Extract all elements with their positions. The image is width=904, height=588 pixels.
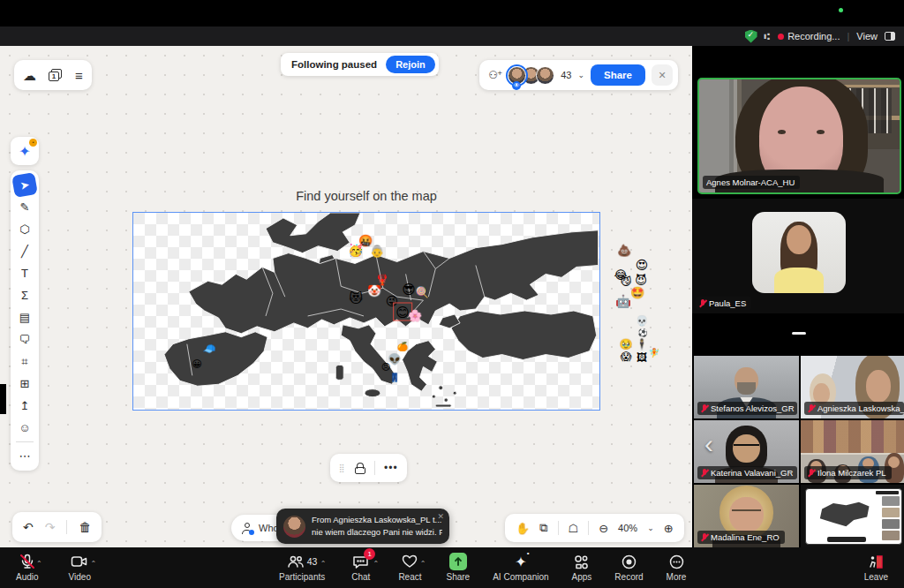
comment-tool[interactable]: 🗨 — [13, 328, 36, 351]
emoji-marker[interactable]: 🖼 — [637, 352, 647, 363]
chevron-down-icon[interactable]: ⌄ — [647, 524, 654, 532]
chat-sender-line: From Agnieszka Laskowska_PL t... — [312, 514, 442, 526]
pen-tool[interactable]: ✎ — [13, 196, 36, 218]
emoji-marker[interactable]: 🕴 — [636, 339, 649, 350]
shapes-tool[interactable]: ⬡ — [13, 218, 36, 240]
frame-tool[interactable]: ⌗ — [13, 351, 36, 373]
board-share-button[interactable]: Share — [591, 64, 645, 86]
emoji-marker[interactable]: 🥳 — [348, 244, 363, 256]
video-tile[interactable]: Madalina Ene_RO — [694, 485, 799, 547]
view-layout-icon[interactable] — [885, 32, 895, 41]
emoji-marker[interactable]: 🤩 — [630, 287, 644, 298]
undo-button[interactable]: ↶ — [23, 520, 34, 534]
line-tool[interactable]: ╱ — [13, 240, 36, 262]
more-button[interactable]: More — [658, 547, 696, 588]
tool-rail: ➤✎⬡╱TΣ▤🗨⌗⊞↥☺⋯ — [11, 170, 39, 471]
gallery-toggle-icon[interactable]: ⑆ — [765, 31, 772, 41]
emoji-marker[interactable]: 😀 — [192, 359, 201, 369]
formula-tool[interactable]: Σ — [13, 284, 36, 306]
emoji-marker[interactable]: 🌸 — [408, 310, 422, 321]
emoji-marker[interactable]: 👵 — [370, 245, 384, 257]
video-tile[interactable]: Stefanos Alevizos_GR — [694, 356, 799, 418]
emoji-marker[interactable]: 💀 — [636, 316, 648, 326]
audio-button[interactable]: ⌃ Audio — [7, 547, 48, 588]
drag-handle-icon[interactable]: ⣿ — [339, 466, 346, 470]
present-icon[interactable]: ⧉ — [539, 521, 547, 535]
shared-screen-thumbnail[interactable] — [801, 485, 904, 547]
avatar[interactable] — [508, 66, 526, 85]
leave-button[interactable]: Leave — [855, 547, 897, 588]
video-button[interactable]: ⌃ Video — [60, 547, 100, 588]
record-button[interactable]: Record — [606, 547, 652, 588]
close-board-button[interactable]: ✕ — [652, 64, 673, 86]
chat-notification-popup[interactable]: From Agnieszka Laskowska_PL t... nie wie… — [276, 509, 449, 544]
emoji-marker[interactable]: 👖 — [389, 373, 400, 382]
zoom-in-icon[interactable]: ⊕ — [664, 522, 674, 535]
pan-hand-icon[interactable]: ✋ — [516, 522, 530, 535]
undo-redo-pill: ↶ ↷ 🗑 — [12, 512, 102, 542]
more-tools[interactable]: ⋯ — [13, 445, 36, 467]
chat-button[interactable]: 1 ⌃ Chat — [343, 547, 379, 588]
avatar — [752, 212, 846, 293]
pages-icon[interactable]: 1 — [49, 69, 63, 81]
board-menu-pill: ☁ 1 ≡ — [14, 60, 92, 90]
panel-resize-handle[interactable] — [792, 332, 806, 335]
ai-companion-button[interactable]: ✦ AI Companion — [484, 547, 557, 588]
ai-assist-button[interactable]: ✦ • — [11, 137, 39, 165]
emoji-marker[interactable]: 😈 — [635, 275, 647, 286]
video-tile-active-speaker[interactable]: Agnes Molnar-ACA_HU — [697, 78, 901, 194]
emoji-marker[interactable]: 😎 — [402, 283, 416, 296]
emoji-marker[interactable]: 🧚 — [649, 349, 659, 358]
participants-button[interactable]: 43 ⌃ Participants — [270, 547, 334, 588]
emoji-tool[interactable]: ☺ — [13, 417, 36, 439]
emoji-marker[interactable]: 🤖 — [615, 295, 630, 307]
upload-tool[interactable]: ↥ — [13, 395, 36, 417]
text-tool[interactable]: T — [13, 262, 36, 284]
emoji-marker[interactable]: 💩 — [617, 245, 631, 256]
emoji-marker[interactable]: 😱 — [621, 351, 632, 362]
redo-button[interactable]: ↷ — [45, 520, 56, 534]
emoji-marker[interactable]: 🥹 — [620, 339, 633, 350]
whiteboard-canvas[interactable]: Find yourself on the map — [0, 46, 692, 547]
lock-icon[interactable] — [355, 463, 365, 474]
emoji-marker[interactable]: 😻 — [349, 291, 363, 305]
video-tile[interactable]: Agnieszka Laskowska_PL — [801, 356, 904, 418]
participant-name: Stefanos Alevizos_GR — [697, 402, 797, 415]
template-tool[interactable]: ⊞ — [13, 373, 36, 395]
emoji-marker[interactable]: 😠 — [381, 363, 390, 372]
emoji-marker[interactable]: 😍 — [636, 259, 649, 271]
video-tile[interactable]: Ilona Milczarek PL — [801, 420, 904, 483]
cloud-sync-icon[interactable]: ☁ — [23, 69, 36, 82]
emoji-marker[interactable]: ⚽ — [637, 329, 647, 337]
add-collaborator-icon[interactable]: ⚇⁺ — [488, 69, 501, 81]
apps-button[interactable]: Apps — [563, 547, 601, 588]
trash-button[interactable]: 🗑 — [79, 520, 91, 534]
sticky-note-tool[interactable]: ▤ — [13, 306, 36, 328]
zoom-out-icon[interactable]: ⊖ — [599, 522, 608, 535]
emoji-marker[interactable]: 🍭 — [416, 287, 429, 298]
gallery-previous-arrow[interactable]: ‹ — [704, 431, 713, 457]
select-tool[interactable]: ➤ — [11, 172, 38, 198]
avatar[interactable] — [536, 66, 554, 85]
emoji-marker[interactable]: 🤡 — [367, 285, 381, 297]
collaborator-avatars[interactable] — [508, 66, 554, 85]
view-button[interactable]: View — [856, 31, 878, 41]
map-title: Find yourself on the map — [132, 189, 600, 203]
divider — [588, 521, 589, 535]
video-tile[interactable]: Paula_ES — [692, 199, 904, 313]
collaborator-count[interactable]: 43 — [561, 70, 571, 80]
emoji-marker[interactable]: 🧢 — [203, 343, 216, 354]
rejoin-button[interactable]: Rejoin — [386, 56, 435, 73]
ai-sparkle-icon: ✦ — [19, 143, 30, 160]
more-options-icon[interactable]: ••• — [384, 462, 398, 474]
close-icon[interactable]: ✕ — [437, 512, 444, 521]
chevron-down-icon[interactable]: ⌄ — [577, 71, 584, 79]
minimap-pin-icon[interactable]: ☖ — [569, 522, 579, 535]
react-button[interactable]: ⌃ React — [389, 547, 430, 588]
zoom-meeting-window: ⑆ Recording... | View Find yourself on t… — [0, 0, 904, 588]
share-screen-button[interactable]: Share — [438, 547, 479, 588]
encryption-shield-icon[interactable] — [745, 30, 757, 43]
zoom-level[interactable]: 40% — [618, 523, 637, 533]
menu-icon[interactable]: ≡ — [75, 69, 83, 82]
emoji-marker[interactable]: 🍊 — [397, 343, 408, 351]
